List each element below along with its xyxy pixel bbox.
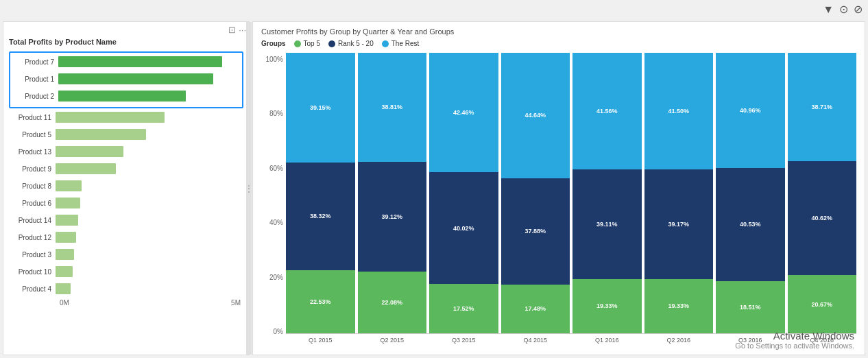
bar-label: Product 11 <box>9 114 56 121</box>
drag-dots-icon: ⋮ <box>245 184 253 193</box>
stacked-bar-group: 38.71% 40.62% 20.67% <box>788 53 857 333</box>
seg-bot: 19.33% <box>644 279 714 333</box>
legend-dot-rest <box>382 40 389 47</box>
y-label-40: 40% <box>269 219 283 226</box>
seg-mid: 40.53% <box>716 168 785 282</box>
bar-row: Product 5 <box>9 127 243 142</box>
stacked-bar: 38.71% 40.62% 20.67% <box>788 53 857 333</box>
other-bars: Product 11 Product 5 Product 13 Product … <box>9 110 243 296</box>
seg-bot: 22.53% <box>286 270 355 333</box>
seg-mid: 40.02% <box>429 172 498 285</box>
bar-fill <box>56 198 80 208</box>
bar-label: Product 14 <box>9 217 56 224</box>
stacked-bar-chart: 100% 80% 60% 40% 20% 0% 39.15% 38.32% 22… <box>261 53 856 349</box>
seg-mid: 37.88% <box>501 178 570 285</box>
x-axis-label: Q1 2015 <box>286 337 355 349</box>
bar-container <box>56 232 243 243</box>
y-axis: 100% 80% 60% 40% 20% 0% <box>261 53 286 349</box>
x-axis-label-0: 0M <box>60 299 69 307</box>
bar-row: Product 1 <box>12 71 241 86</box>
selected-group[interactable]: Product 7 Product 1 Product 2 <box>9 51 243 108</box>
stacked-bar: 41.50% 39.17% 19.33% <box>644 53 714 333</box>
legend-dot-rank <box>328 40 335 47</box>
bar-label: Product 7 <box>12 58 58 66</box>
stacked-bar: 41.56% 39.11% 19.33% <box>572 53 642 333</box>
more-icon[interactable]: ⊘ <box>854 3 863 16</box>
seg-top: 44.64% <box>501 53 570 178</box>
bar-fill <box>56 112 165 123</box>
chart-area: 100% 80% 60% 40% 20% 0% 39.15% 38.32% 22… <box>261 53 856 349</box>
stacked-bar-group: 41.50% 39.17% 19.33% <box>644 53 714 333</box>
stacked-bar-group: 38.81% 39.12% 22.08% <box>358 53 427 333</box>
bar-row: Product 6 <box>9 195 243 211</box>
seg-top: 41.50% <box>644 53 714 169</box>
bar-row: Product 14 <box>9 213 243 228</box>
seg-mid: 39.11% <box>572 169 642 279</box>
stacked-bar-group: 39.15% 38.32% 22.53% <box>286 53 355 333</box>
more-options-icon[interactable]: ··· <box>239 25 246 35</box>
top-bar: ▼ ⊙ ⊘ <box>0 0 868 19</box>
main-content: ⊡ ··· Total Profits by Product Name Prod… <box>0 19 868 358</box>
bar-row: Product 9 <box>9 161 243 176</box>
right-panel-title: Customer Profits by Group by Quarter & Y… <box>261 27 856 36</box>
bar-fill <box>56 232 76 243</box>
legend-item-rest: The Rest <box>382 40 420 47</box>
bar-container <box>56 215 243 226</box>
seg-top: 42.46% <box>429 53 498 172</box>
seg-bot: 20.67% <box>788 275 857 333</box>
bar-container <box>56 112 243 123</box>
y-label-60: 60% <box>269 165 283 172</box>
bar-container <box>56 249 243 260</box>
stacked-bar: 42.46% 40.02% 17.52% <box>429 53 498 333</box>
legend: Groups Top 5 Rank 5 - 20 The Rest <box>261 40 856 47</box>
bar-container <box>56 129 243 140</box>
bar-container <box>56 283 243 294</box>
bar-label: Product 13 <box>9 148 56 156</box>
watermark: Activate Windows Go to Settings to activ… <box>735 330 854 350</box>
watermark-subtitle: Go to Settings to activate Windows. <box>735 342 854 350</box>
x-axis-label: Q2 2015 <box>358 337 427 349</box>
bar-chart: Product 7 Product 1 Product 2 <box>6 50 246 352</box>
y-label-20: 20% <box>269 274 283 281</box>
legend-label: Groups <box>261 40 286 47</box>
bar-fill <box>56 146 123 157</box>
bar-row: Product 7 <box>12 54 241 69</box>
x-axis-label: Q1 2016 <box>572 337 642 349</box>
expand-icon[interactable]: ⊡ <box>228 25 236 35</box>
bar-row: Product 11 <box>9 110 243 125</box>
seg-top: 39.15% <box>286 53 355 163</box>
filter-icon[interactable]: ▼ <box>823 3 834 16</box>
bar-row: Product 3 <box>9 247 243 262</box>
bar-row: Product 12 <box>9 230 243 245</box>
drag-handle[interactable]: ⋮ <box>246 22 252 355</box>
legend-text-top5: Top 5 <box>304 40 320 47</box>
bar-row: Product 4 <box>9 281 243 296</box>
seg-bot: 17.48% <box>501 285 570 334</box>
legend-text-rest: The Rest <box>391 40 420 47</box>
bar-container <box>56 163 243 174</box>
seg-mid: 40.62% <box>788 161 857 275</box>
bar-fill <box>56 266 73 277</box>
bar-label: Product 3 <box>9 251 56 259</box>
x-axis-label-1: 5M <box>231 299 241 307</box>
bar-label: Product 6 <box>9 200 56 207</box>
seg-bot: 17.52% <box>429 284 498 333</box>
refresh-icon[interactable]: ⊙ <box>839 3 848 16</box>
bar-fill <box>56 283 71 294</box>
stacked-bar: 40.96% 40.53% 18.51% <box>716 53 785 333</box>
bar-fill <box>56 180 82 191</box>
watermark-title: Activate Windows <box>735 330 854 342</box>
bar-label: Product 4 <box>9 285 56 293</box>
seg-bot: 22.08% <box>358 272 427 333</box>
bar-label: Product 5 <box>9 131 56 139</box>
panel-toolbar: ⊡ ··· <box>6 25 246 35</box>
bar-row: Product 8 <box>9 178 243 193</box>
left-panel: ⊡ ··· Total Profits by Product Name Prod… <box>3 21 250 355</box>
bar-row: Product 13 <box>9 144 243 159</box>
seg-top: 40.96% <box>716 53 785 168</box>
y-label-80: 80% <box>269 110 283 117</box>
bar-container <box>58 56 241 67</box>
x-axis-label: Q2 2016 <box>644 337 714 349</box>
legend-item-rank: Rank 5 - 20 <box>328 40 374 47</box>
x-axis: 0M 5M <box>9 299 243 307</box>
